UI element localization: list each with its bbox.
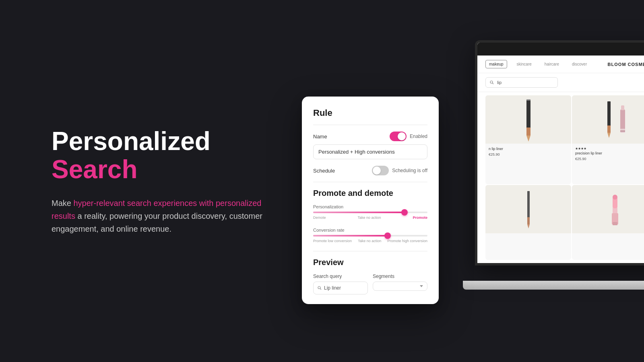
headline: Personalized Search	[52, 127, 285, 184]
personalization-label: Personalization	[313, 204, 343, 209]
body-suffix: a reality, powering your product discove…	[52, 211, 262, 233]
product-card-3[interactable]	[485, 185, 571, 260]
search-icon	[490, 80, 494, 84]
svg-rect-12	[620, 130, 625, 132]
search-query-label: Search query	[313, 274, 368, 279]
svg-rect-10	[621, 105, 624, 110]
ecommerce-ui: makeup skincare haircare discover BLOOM …	[477, 43, 644, 263]
svg-marker-4	[526, 136, 530, 142]
enabled-label: Enabled	[410, 134, 427, 139]
schedule-toggle[interactable]	[372, 166, 389, 175]
product-info-4	[572, 233, 644, 240]
laptop-container: makeup skincare haircare discover BLOOM …	[467, 40, 644, 290]
enabled-toggle[interactable]: ✓	[390, 132, 407, 141]
chevron-down-icon	[420, 285, 423, 287]
svg-rect-6	[607, 101, 611, 128]
svg-point-21	[613, 195, 617, 200]
svg-rect-3	[526, 128, 530, 136]
preview-section: Preview Search query Lip liner Segments	[313, 251, 427, 294]
toggle-group: ✓ Enabled	[390, 132, 427, 141]
conversion-thumb[interactable]	[384, 232, 391, 239]
search-query-input[interactable]: Lip liner	[313, 282, 368, 294]
conversion-label-row: Conversion rate	[313, 228, 427, 232]
svg-rect-9	[620, 109, 625, 130]
product-image-3	[485, 185, 571, 233]
svg-rect-18	[613, 222, 617, 225]
svg-rect-14	[527, 217, 530, 224]
rule-panel: Rule Name ✓ Enabled Schedule Scheduling …	[302, 97, 439, 304]
preview-title: Preview	[313, 251, 427, 267]
product-info-3	[485, 233, 571, 240]
schedule-toggle-label: Scheduling is off	[392, 168, 427, 173]
product-name-1: n lip liner	[489, 147, 568, 151]
conversion-track[interactable]	[313, 235, 427, 237]
nav-tabs: makeup skincare haircare discover	[485, 60, 590, 68]
nav-tab-makeup[interactable]: makeup	[485, 60, 507, 68]
promote-low-label: Promote low conversion	[313, 239, 352, 243]
headline-plain: Personalized	[52, 127, 211, 156]
segments-field: Segments	[373, 274, 427, 294]
product-price-2: €25.90	[575, 157, 644, 161]
left-section: Personalized Search Make hyper-relevant …	[52, 127, 285, 235]
demote-label: Demote	[313, 216, 326, 220]
nav-tab-discover[interactable]: discover	[569, 60, 590, 68]
name-row: Name ✓ Enabled	[313, 132, 427, 141]
svg-point-0	[490, 81, 493, 83]
product-name-2: precision lip liner	[575, 151, 644, 155]
promote-high-label: Promote high conversion	[387, 239, 427, 243]
product-image-2	[572, 95, 644, 144]
conversion-slider-group: Conversion rate Promote low conversion T…	[313, 228, 427, 243]
divider-1	[313, 182, 427, 182]
svg-rect-7	[607, 125, 611, 133]
tube-svg	[619, 101, 627, 138]
take-no-action2-label: Take no action	[358, 239, 381, 243]
name-label: Name	[313, 134, 327, 140]
product-price-1: €25.90	[489, 152, 568, 156]
product-info-1: n lip liner €25.90	[485, 144, 571, 160]
ecommerce-nav: makeup skincare haircare discover BLOOM …	[477, 56, 644, 73]
headline-accent: Search	[52, 155, 137, 184]
search-bar[interactable]: lip	[485, 77, 558, 88]
search-icon-small	[318, 286, 322, 290]
nav-tab-haircare[interactable]: haircare	[541, 60, 562, 68]
nav-tab-skincare[interactable]: skincare	[514, 60, 535, 68]
svg-point-22	[318, 286, 320, 289]
product-card-2[interactable]: ★★★★ precision lip liner €25.90	[572, 95, 644, 184]
schedule-toggle-group: Scheduling is off	[372, 166, 427, 175]
product-image-4	[572, 185, 644, 233]
body-prefix: Make	[52, 198, 73, 207]
take-no-action-label: Take no action	[357, 216, 381, 220]
schedule-row: Schedule Scheduling is off	[313, 166, 427, 175]
rule-panel-title: Rule	[313, 108, 427, 125]
personalization-label-row: Personalization	[313, 204, 427, 209]
product-card-1[interactable]: n lip liner €25.90	[485, 95, 571, 184]
promote-label: Promote	[413, 216, 427, 220]
search-query-value: Lip liner	[324, 285, 341, 291]
lipstick-svg	[607, 189, 623, 229]
liner-svg	[522, 189, 535, 229]
laptop-base	[463, 281, 644, 290]
svg-rect-5	[526, 99, 530, 101]
search-input-value: lip	[497, 80, 502, 85]
svg-line-23	[320, 289, 322, 290]
product-stars-2: ★★★★	[575, 147, 644, 150]
product-card-4[interactable]	[572, 185, 644, 260]
ecommerce-search: lip	[477, 73, 644, 92]
toggle-check-icon: ✓	[401, 134, 404, 139]
pencil-svg-1	[518, 97, 539, 142]
svg-marker-15	[527, 224, 530, 228]
segments-label: Segments	[373, 274, 427, 279]
product-image-1	[485, 95, 571, 144]
body-text: Make hyper-relevant search experiences w…	[52, 196, 285, 235]
personalization-thumb[interactable]	[401, 209, 408, 216]
name-input[interactable]	[313, 144, 427, 159]
segments-select[interactable]	[373, 282, 427, 291]
search-query-field: Search query Lip liner	[313, 274, 368, 294]
personalization-slider-group: Personalization Demote Take no action Pr…	[313, 204, 427, 220]
personalization-track[interactable]	[313, 212, 427, 213]
brand-name: BLOOM COSMETICS	[608, 62, 644, 67]
personalization-endpoints: Demote Take no action Promote	[313, 216, 427, 220]
conversion-endpoints: Promote low conversion Take no action Pr…	[313, 239, 427, 243]
svg-marker-8	[607, 133, 611, 138]
product-info-2: ★★★★ precision lip liner €25.90	[572, 144, 644, 164]
